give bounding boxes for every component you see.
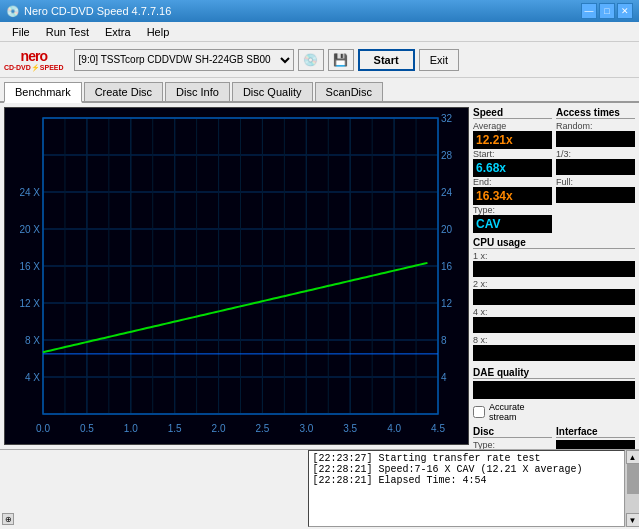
- scroll-up-button[interactable]: ▲: [626, 450, 640, 464]
- tab-benchmark[interactable]: Benchmark: [4, 82, 82, 103]
- menu-file[interactable]: File: [4, 24, 38, 40]
- onethird-value-box: [556, 159, 635, 175]
- onethird-label: 1/3:: [556, 149, 635, 159]
- end-value: 16.34x: [473, 187, 552, 205]
- cpu-2x-value: [473, 289, 635, 305]
- end-label: End:: [473, 177, 552, 187]
- tab-createdisc[interactable]: Create Disc: [84, 82, 163, 101]
- titlebar-left: 💿 Nero CD-DVD Speed 4.7.7.16: [6, 5, 171, 18]
- cpu-8x-value: [473, 345, 635, 361]
- disc-section: Disc Type: DVD-R Length: 4.38 GB: [473, 426, 552, 449]
- speed-section: Speed Average 12.21x Start: 6.68x End: 1…: [473, 107, 552, 233]
- exit-button[interactable]: Exit: [419, 49, 459, 71]
- cpu-1x-label: 1 x:: [473, 251, 635, 261]
- right-panel: Speed Average 12.21x Start: 6.68x End: 1…: [473, 107, 635, 445]
- titlebar-controls[interactable]: — □ ✕: [581, 3, 633, 19]
- start-value: 6.68x: [473, 159, 552, 177]
- tab-bar: Benchmark Create Disc Disc Info Disc Qua…: [0, 78, 639, 103]
- chart-area: [4, 107, 469, 445]
- interface-section: Interface Burst rate:: [556, 426, 635, 449]
- drive-selector[interactable]: [9:0] TSSTcorp CDDVDW SH-224GB SB00: [74, 49, 294, 71]
- log-expand-button[interactable]: ⊕: [2, 513, 14, 525]
- average-label: Average: [473, 121, 552, 131]
- type-value: CAV: [473, 215, 552, 233]
- speed-title: Speed: [473, 107, 552, 119]
- tab-discinfo[interactable]: Disc Info: [165, 82, 230, 101]
- tab-scandisc[interactable]: ScanDisc: [315, 82, 383, 101]
- save-button[interactable]: 💾: [328, 49, 354, 71]
- logo-cdspeed: CD·DVD⚡SPEED: [4, 64, 64, 72]
- start-label: Start:: [473, 149, 552, 159]
- cpu-section: CPU usage 1 x: 2 x: 4 x: 8 x:: [473, 237, 635, 363]
- access-section: Access times Random: 1/3: Full:: [556, 107, 635, 233]
- disc-type-label: Type:: [473, 440, 552, 449]
- menubar: File Run Test Extra Help: [0, 22, 639, 42]
- cpu-1x-value: [473, 261, 635, 277]
- menu-help[interactable]: Help: [139, 24, 178, 40]
- menu-runtest[interactable]: Run Test: [38, 24, 97, 40]
- log-area: ⊕ [22:23:27] Starting transfer rate test…: [0, 449, 639, 527]
- log-entry-2: [22:28:21] Elapsed Time: 4:54: [313, 475, 621, 486]
- dae-value-box: [473, 381, 635, 399]
- full-value-box: [556, 187, 635, 203]
- interface-value-box: [556, 440, 635, 449]
- cpu-8x-label: 8 x:: [473, 335, 635, 345]
- transfer-rate-chart: [5, 108, 468, 444]
- maximize-button[interactable]: □: [599, 3, 615, 19]
- random-label: Random:: [556, 121, 635, 131]
- log-entry-1: [22:28:21] Speed:7-16 X CAV (12.21 X ave…: [313, 464, 621, 475]
- accurate-stream-checkbox[interactable]: [473, 406, 485, 418]
- scroll-thumb[interactable]: [627, 464, 639, 494]
- full-label: Full:: [556, 177, 635, 187]
- logo-nero: nero: [21, 48, 47, 64]
- cpu-4x-label: 4 x:: [473, 307, 635, 317]
- titlebar: 💿 Nero CD-DVD Speed 4.7.7.16 — □ ✕: [0, 0, 639, 22]
- close-button[interactable]: ✕: [617, 3, 633, 19]
- start-button[interactable]: Start: [358, 49, 415, 71]
- scroll-track: [626, 464, 640, 513]
- app-title: Nero CD-DVD Speed 4.7.7.16: [24, 5, 171, 17]
- access-title: Access times: [556, 107, 635, 119]
- log-text: [22:23:27] Starting transfer rate test […: [308, 450, 626, 527]
- disc-icon-button[interactable]: 💿: [298, 49, 324, 71]
- cpu-2x-label: 2 x:: [473, 279, 635, 289]
- dae-title: DAE quality: [473, 367, 635, 379]
- minimize-button[interactable]: —: [581, 3, 597, 19]
- log-scrollbar[interactable]: ▲ ▼: [625, 450, 639, 527]
- log-container: ⊕ [22:23:27] Starting transfer rate test…: [0, 450, 639, 527]
- disc-title: Disc: [473, 426, 552, 438]
- scroll-down-button[interactable]: ▼: [626, 513, 640, 527]
- tab-discquality[interactable]: Disc Quality: [232, 82, 313, 101]
- type-label: Type:: [473, 205, 552, 215]
- logo: nero CD·DVD⚡SPEED: [4, 48, 64, 72]
- average-value: 12.21x: [473, 131, 552, 149]
- random-value-box: [556, 131, 635, 147]
- disc-interface-section: Disc Type: DVD-R Length: 4.38 GB Interfa…: [473, 426, 635, 449]
- log-entry-0: [22:23:27] Starting transfer rate test: [313, 453, 621, 464]
- interface-title: Interface: [556, 426, 635, 438]
- menu-extra[interactable]: Extra: [97, 24, 139, 40]
- toolbar: nero CD·DVD⚡SPEED [9:0] TSSTcorp CDDVDW …: [0, 42, 639, 78]
- dae-section: DAE quality Accuratestream: [473, 367, 635, 422]
- app-icon: 💿: [6, 5, 20, 18]
- cpu-title: CPU usage: [473, 237, 635, 249]
- cpu-4x-value: [473, 317, 635, 333]
- accurate-stream-label: Accuratestream: [489, 402, 525, 422]
